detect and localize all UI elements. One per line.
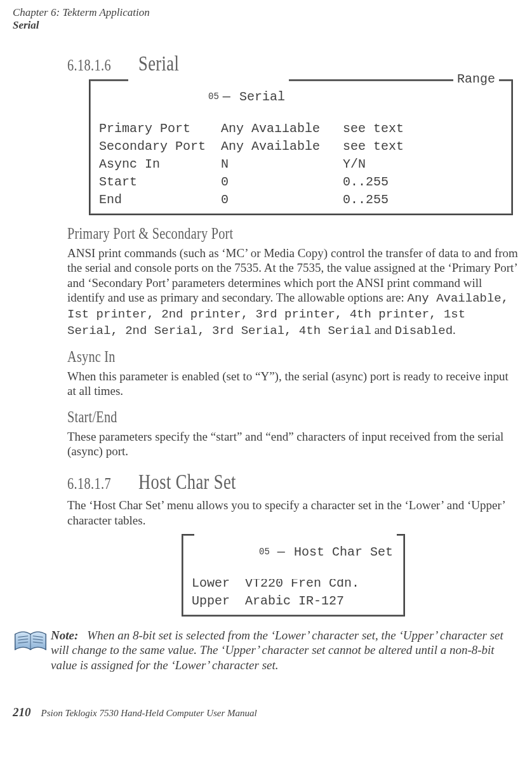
serial-row-2: Async In N Y/N: [99, 157, 366, 171]
page-footer: 210 Psion Teklogix 7530 Hand-Held Comput…: [13, 705, 519, 719]
async-in-para: When this parameter is enabled (set to “…: [67, 369, 519, 399]
section-num-2: 6.18.1.7: [67, 474, 111, 493]
primary-secondary-heading: Primary Port & Secondary Port: [67, 224, 519, 243]
host-char-para: The ‘Host Char Set’ menu allows you to s…: [67, 498, 519, 528]
section-6-18-1-7-title: 6.18.1.7 Host Char Set: [67, 470, 519, 494]
serial-row-3: Start 0 0..255: [99, 175, 389, 189]
host-char-legend: 05 — Host Char Set: [194, 526, 397, 579]
host-char-box: 05 — Host Char Set Lower VT220 Fren Cdn.…: [182, 534, 405, 617]
note-text: Note:When an 8-bit set is selected from …: [51, 628, 519, 672]
serial-settings-box: 05— Serial Range Primary Port Any Availa…: [89, 79, 513, 215]
legend-range: Range: [453, 70, 499, 124]
async-in-heading: Async In: [67, 347, 519, 366]
serial-row-1: Secondary Port Any Available see text: [99, 139, 404, 154]
chapter-line: Chapter 6: Tekterm Application: [13, 6, 519, 19]
serial-box-legend: 05— Serial Range: [90, 70, 512, 124]
running-header: Chapter 6: Tekterm Application Serial: [13, 6, 519, 32]
note-row: Note:When an 8-bit set is selected from …: [13, 628, 519, 672]
page-number: 210: [13, 705, 31, 719]
start-end-heading: Start/End: [67, 408, 519, 427]
manual-title: Psion Teklogix 7530 Hand-Held Computer U…: [41, 708, 257, 719]
start-end-para: These parameters specify the “start” and…: [67, 429, 519, 459]
host-char-row-1: Upper Arabic IR-127: [192, 594, 344, 608]
primary-secondary-para: ANSI print commands (such as ‘MC’ or Med…: [67, 246, 519, 338]
serial-line: Serial: [13, 19, 519, 32]
legend-num: 05: [208, 91, 219, 102]
section-name-2: Host Char Set: [138, 470, 236, 494]
legend-label: Serial: [239, 90, 285, 104]
serial-row-4: End 0 0..255: [99, 192, 389, 207]
book-icon: [13, 629, 51, 657]
note-body: When an 8-bit set is selected from the ‘…: [51, 629, 503, 672]
note-label: Note:: [51, 629, 78, 642]
